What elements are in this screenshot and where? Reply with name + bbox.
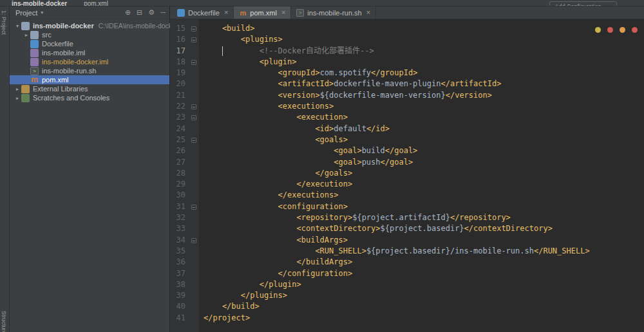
code-line-22[interactable]: 22− <executions> — [170, 101, 644, 112]
code-segment-tag: <repository> — [204, 213, 352, 222]
code-line-39[interactable]: 39 </plugins> — [170, 290, 644, 301]
fold-collapse-icon[interactable]: − — [191, 138, 196, 143]
indicator-dot-orange[interactable] — [620, 27, 625, 33]
project-panel-header: Project ▾ ⊕⊟⚙─ — [10, 6, 169, 19]
code-segment-tag: </build> — [204, 302, 260, 311]
code-line-35[interactable]: 35 <RUN_SHELL>${project.basedir}/ins-mob… — [170, 246, 644, 257]
chevron-collapsed-icon[interactable]: ▸ — [23, 32, 30, 38]
tree-item-pom-xml[interactable]: mpom.xml — [10, 75, 169, 84]
code-editor[interactable]: 15− <build>16− <plugins>17 <!--Docker自动化… — [170, 19, 644, 324]
hide-panel-icon[interactable]: ─ — [160, 9, 166, 16]
line-number: 17 — [170, 46, 189, 57]
code-line-36[interactable]: 36 </buildArgs> — [170, 257, 644, 268]
line-number: 29 — [170, 179, 189, 190]
fold-collapse-icon[interactable]: − — [191, 238, 196, 243]
code-area[interactable]: 15− <build>16− <plugins>17 <!--Docker自动化… — [170, 19, 644, 332]
code-segment-tag: <goal> — [204, 146, 362, 155]
tree-item-label: Dockerfile — [42, 39, 73, 48]
maven-file-icon: m — [239, 9, 247, 17]
line-number: 25 — [170, 134, 189, 145]
fold-collapse-icon[interactable]: − — [191, 37, 196, 42]
chevron-collapsed-icon[interactable]: ▸ — [14, 86, 21, 92]
tree-item-src[interactable]: ▸src — [10, 30, 169, 39]
tree-item-label: ins-mobile-docker — [33, 21, 94, 30]
code-line-31[interactable]: 31− <configuration> — [170, 201, 644, 212]
indicator-dot-red[interactable] — [607, 27, 613, 33]
fold-collapse-icon[interactable]: − — [191, 60, 196, 65]
code-line-29[interactable]: 29 </execution> — [170, 179, 644, 190]
editor-tab-ins-mobile-run-sh[interactable]: >ins-mobile-run.sh× — [291, 6, 376, 19]
code-line-38[interactable]: 38 </plugin> — [170, 279, 644, 290]
tree-item-dockerfile[interactable]: Dockerfile — [10, 39, 169, 48]
chevron-expanded-icon[interactable]: ▾ — [14, 23, 21, 29]
fold-collapse-icon[interactable]: − — [191, 26, 196, 32]
locate-file-icon[interactable]: ⊕ — [125, 9, 131, 16]
tree-item-scratches-and-consoles[interactable]: ▸Scratches and Consoles — [10, 93, 169, 102]
code-line-18[interactable]: 18− <plugin> — [170, 57, 644, 68]
docker-icon — [30, 40, 39, 48]
editor-tab-pom-xml[interactable]: mpom.xml× — [234, 6, 291, 19]
code-segment-text: build — [362, 146, 385, 155]
code-line-20[interactable]: 20 <artifactId>dockerfile-maven-plugin</… — [170, 78, 644, 89]
folder-icon — [30, 31, 39, 39]
tree-item-ins-mobile-docker-iml[interactable]: ins-mobile-docker.iml — [10, 57, 169, 66]
iml-icon — [30, 58, 39, 66]
fold-collapse-icon[interactable]: − — [191, 205, 196, 210]
code-line-28[interactable]: 28 </goals> — [170, 168, 644, 179]
project-view-selector[interactable]: Project ▾ — [15, 9, 43, 17]
indicator-dot-red-2[interactable] — [632, 27, 638, 33]
code-text: <execution> — [198, 112, 348, 123]
code-line-23[interactable]: 23− <execution> — [170, 112, 644, 123]
code-line-40[interactable]: 40 </build> — [170, 301, 644, 312]
code-line-41[interactable]: 41</project> — [170, 313, 644, 324]
code-text: </executions> — [198, 190, 339, 201]
chevron-collapsed-icon[interactable]: ▸ — [14, 95, 21, 101]
fold-collapse-icon[interactable]: − — [191, 104, 196, 109]
fold-column — [189, 257, 198, 268]
code-line-24[interactable]: 24 <id>default</id> — [170, 124, 644, 134]
code-text: <goal>build</goal> — [198, 145, 417, 156]
code-line-15[interactable]: 15− <build> — [170, 23, 644, 34]
code-segment-tag: <RUN_SHELL> — [204, 246, 366, 255]
tree-item-ins-mobile-run-sh[interactable]: >ins-mobile-run.sh — [10, 66, 169, 75]
code-line-34[interactable]: 34− <buildArgs> — [170, 235, 644, 246]
tree-item-ins-mobile-docker[interactable]: ▾ins-mobile-dockerC:\IDEA\ins-mobile-doc… — [10, 21, 169, 30]
code-line-32[interactable]: 32 <repository>${project.artifactId}</re… — [170, 212, 644, 223]
editor-tab-dockerfile[interactable]: Dockerfile× — [172, 6, 234, 19]
code-line-19[interactable]: 19 <groupId>com.spotify</groupId> — [170, 68, 644, 78]
line-number: 32 — [170, 212, 189, 223]
code-segment-tag: <groupId> — [204, 68, 320, 77]
code-text: <goal>push</goal> — [198, 157, 413, 168]
code-line-37[interactable]: 37 </configuration> — [170, 268, 644, 279]
fold-collapse-icon[interactable]: − — [191, 115, 196, 120]
line-number: 38 — [170, 279, 189, 290]
code-line-26[interactable]: 26 <goal>build</goal> — [170, 145, 644, 156]
code-segment-text: dockerfile-maven-plugin — [334, 79, 440, 88]
code-line-25[interactable]: 25− <goals> — [170, 134, 644, 145]
collapse-all-icon[interactable]: ⊟ — [137, 9, 142, 16]
code-line-16[interactable]: 16− <plugins> — [170, 34, 644, 45]
tree-item-path: C:\IDEA\ins-mobile-docker — [99, 22, 178, 30]
add-configuration-button[interactable]: Add Configuration... ▾ — [549, 1, 617, 6]
fold-column — [189, 168, 198, 179]
toolwindow-button-project[interactable]: 1: Project — [1, 10, 7, 35]
line-number: 15 — [170, 23, 189, 34]
chevron-down-icon: ▾ — [41, 10, 43, 15]
code-text: <configuration> — [198, 201, 348, 212]
code-line-27[interactable]: 27 <goal>push</goal> — [170, 157, 644, 168]
close-tab-icon[interactable]: × — [281, 9, 285, 16]
code-segment-tag: </execution> — [204, 180, 352, 189]
settings-gear-icon[interactable]: ⚙ — [148, 9, 155, 16]
code-line-17[interactable]: 17 <!--Docker自动化部署插件--> — [170, 46, 644, 57]
ide-window: ins-mobile-docker pom.xml Add Configurat… — [0, 0, 644, 332]
toolwindow-button-structure[interactable]: Structure — [1, 311, 7, 332]
close-tab-icon[interactable]: × — [224, 9, 228, 16]
tree-item-external-libraries[interactable]: ▸External Libraries — [10, 84, 169, 93]
code-line-30[interactable]: 30 </executions> — [170, 190, 644, 201]
fold-column — [189, 190, 198, 201]
close-tab-icon[interactable]: × — [366, 9, 370, 16]
code-line-33[interactable]: 33 <contextDirectory>${project.basedir}<… — [170, 223, 644, 234]
code-line-21[interactable]: 21 <version>${dockerfile-maven-version}<… — [170, 90, 644, 101]
indicator-dot-yellow[interactable] — [595, 27, 601, 33]
tree-item-ins-mobile-iml[interactable]: ins-mobile.iml — [10, 48, 169, 57]
